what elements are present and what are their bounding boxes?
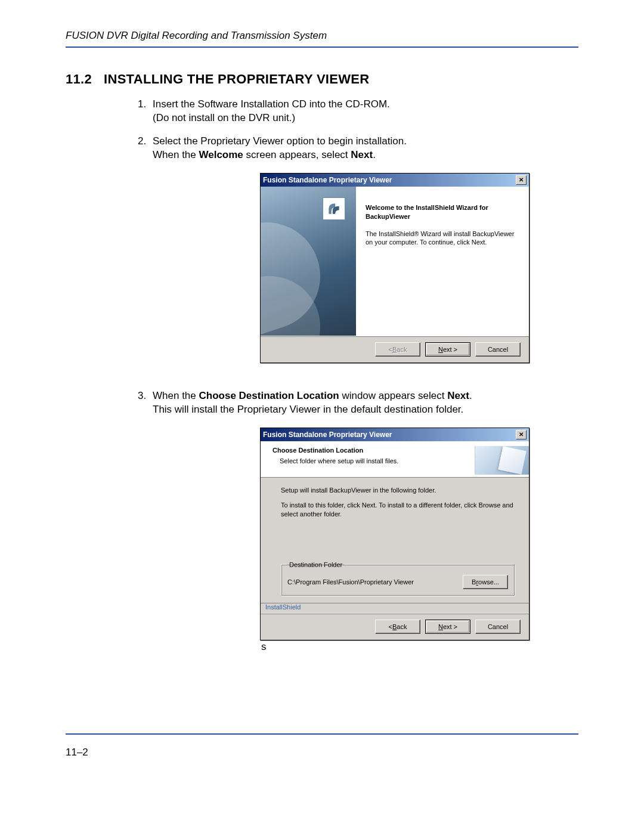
dialog2-titlebar: Fusion Standalone Proprietary Viewer ✕	[261, 428, 529, 441]
destination-legend: Destination Folder	[287, 561, 344, 569]
step-2-bold2: Next	[351, 149, 373, 160]
step-3-bold2: Next	[447, 390, 469, 401]
step-1-line1: Insert the Software Installation CD into…	[153, 98, 390, 110]
back-button: < Back	[375, 342, 420, 357]
close-icon[interactable]: ✕	[516, 430, 527, 439]
step-2-line1: Select the Proprietary Viewer option to …	[153, 135, 407, 147]
step-3-line2: This will install the Proprietary Viewer…	[153, 404, 463, 415]
dialog2-header: Choose Destination Location Select folde…	[261, 441, 529, 478]
dialog2-line2: To install to this folder, click Next. T…	[281, 501, 515, 519]
dialog1-sidebar-art	[261, 187, 356, 336]
dialog1-welcome-text: Welcome to the InstallShield Wizard for …	[366, 203, 519, 221]
dialog1-title: Fusion Standalone Proprietary Viewer	[263, 175, 392, 185]
section-number: 11.2	[66, 72, 92, 87]
dialog2-header-title: Choose Destination Location	[273, 446, 475, 455]
footer-rule	[66, 733, 578, 735]
dialog1-button-row: < Back Next > Cancel	[261, 336, 529, 363]
destination-path: C:\Program Files\Fusion\Proprietary View…	[287, 578, 414, 587]
dialog-welcome: Fusion Standalone Proprietary Viewer ✕ W…	[260, 173, 530, 363]
installshield-logo-icon	[323, 197, 345, 220]
step-2-end: .	[373, 149, 376, 160]
close-icon[interactable]: ✕	[516, 175, 527, 185]
dialog1-titlebar: Fusion Standalone Proprietary Viewer ✕	[261, 174, 529, 187]
step-2-bold1: Welcome	[199, 149, 243, 160]
stray-s-char: s	[261, 641, 267, 652]
next-button[interactable]: Next >	[425, 620, 470, 634]
section-title-text: INSTALLING THE PROPRIETARY VIEWER	[104, 72, 369, 86]
step-1: Insert the Software Installation CD into…	[149, 98, 578, 125]
step-2-mid: screen appears, select	[243, 149, 351, 160]
dialog2-header-art-icon	[475, 446, 529, 475]
dialog-destination: Fusion Standalone Proprietary Viewer ✕ C…	[260, 428, 530, 640]
installshield-brand-label: InstallShield	[261, 603, 529, 614]
step-2-line2: When the Welcome screen appears, select …	[153, 149, 376, 160]
section-heading: 11.2INSTALLING THE PROPRIETARY VIEWER	[66, 72, 578, 87]
dialog2-title: Fusion Standalone Proprietary Viewer	[263, 430, 392, 439]
next-button[interactable]: Next >	[425, 342, 470, 357]
dialog1-wrap: Fusion Standalone Proprietary Viewer ✕ W…	[260, 173, 578, 363]
dialog2-button-row: < Back Next > Cancel	[261, 614, 529, 640]
destination-folder-group: Destination Folder C:\Program Files\Fusi…	[281, 561, 515, 596]
cancel-button[interactable]: Cancel	[475, 342, 521, 357]
header-rule	[66, 47, 578, 48]
back-button[interactable]: < Back	[375, 620, 420, 634]
step-list: Insert the Software Installation CD into…	[149, 98, 578, 654]
cancel-button[interactable]: Cancel	[475, 620, 521, 634]
dialog2-body: Setup will install BackupViewer in the f…	[261, 478, 529, 603]
step-3-line1: When the Choose Destination Location win…	[153, 390, 472, 401]
dialog1-description: The InstallShield® Wizard will install B…	[366, 230, 519, 247]
dialog2-header-subtitle: Select folder where setup will install f…	[273, 457, 475, 466]
step-3-pre: When the	[153, 390, 199, 401]
dialog2-wrap: Fusion Standalone Proprietary Viewer ✕ C…	[260, 428, 578, 654]
step-3-mid: window appears select	[339, 390, 447, 401]
browse-button[interactable]: Browse...	[463, 575, 508, 589]
dialog1-content: Welcome to the InstallShield Wizard for …	[356, 187, 529, 336]
step-2: Select the Proprietary Viewer option to …	[149, 135, 578, 363]
step-3-bold1: Choose Destination Location	[199, 390, 339, 401]
step-2-pre: When the	[153, 149, 199, 160]
step-3-end: .	[469, 390, 472, 401]
step-3: When the Choose Destination Location win…	[149, 389, 578, 654]
page-number: 11–2	[66, 747, 88, 758]
dialog2-line1: Setup will install BackupViewer in the f…	[281, 486, 515, 495]
step-1-line2: (Do not install on the DVR unit.)	[153, 112, 295, 123]
page-header: FUSION DVR Digital Recording and Transmi…	[66, 30, 578, 42]
